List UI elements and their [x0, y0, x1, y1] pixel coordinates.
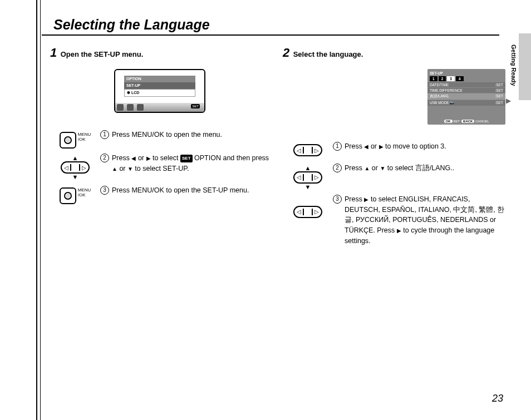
screen2-right-arrow-icon: ▶ [506, 97, 511, 105]
sub-text-1: Press MENU/OK to open the menu. [112, 130, 222, 140]
instr-1-2: ▲ ◁▷ ▼ 2 Press ◀ or ▶ to select SET OPTI… [50, 153, 273, 181]
sub-num-2: 2 [100, 154, 109, 162]
menu-ok-button-icon-2 [60, 187, 76, 204]
sub-text-r1: Press ◀ or ▶ to move to option 3. [345, 141, 446, 152]
sub-text-r3: Press ▶ to select ENGLISH, FRANCAIS, DEU… [345, 194, 505, 246]
page-number: 23 [492, 393, 503, 404]
menu-ok-button-icon [60, 132, 76, 149]
screen-1-illustration: OPTION SET-UP ✽ LCD SET [114, 69, 273, 113]
page-title: Selecting the Language [53, 17, 210, 33]
screen2-tabs: 1 2 3 4 [427, 76, 505, 82]
page-spine [36, 0, 41, 420]
screen2-row-2: TIME DIFFERENCE:SET [427, 88, 505, 93]
screen1-row-option: OPTION [124, 76, 195, 82]
column-right: 2 Select the language. SET-UP 1 2 3 4 DA… [283, 46, 505, 258]
sub-text-2: Press ◀ or ▶ to select SET OPTION and th… [112, 153, 273, 174]
dpad-icon: ▲ ◁▷ ▼ [60, 155, 90, 180]
sub-num-r1: 1 [333, 142, 342, 151]
step-1-number: 1 [50, 46, 57, 60]
step-2-number: 2 [283, 46, 289, 60]
screen1-set-badge: SET [191, 104, 200, 108]
dpad-icon-r3: ◁▷ [293, 205, 323, 219]
sub-num-r2: 2 [333, 164, 342, 172]
side-tab-label: Getting Ready [510, 45, 517, 86]
screen2-row-4: USB MODE 📷:SET [427, 100, 505, 106]
step-1-title: Open the SET-UP menu. [61, 50, 144, 58]
title-underline [42, 34, 499, 36]
screen2-row-3: 言語/LANG.:SET [427, 93, 505, 100]
screen-2-illustration: SET-UP 1 2 3 4 DATE/TIME:SET TIME DIFFER… [355, 69, 505, 125]
sub-num-1: 1 [100, 130, 109, 139]
screen2-row-1: DATE/TIME:SET [427, 82, 505, 87]
dpad-icon-r2: ▲ ◁▷ ▼ [293, 165, 323, 190]
column-left: 1 Open the SET-UP menu. OPTION SET-UP ✽ … [50, 46, 273, 209]
sub-num-r3: 3 [333, 195, 342, 204]
screen1-row-lcd: ✽ LCD [124, 89, 195, 97]
instr-2-2: ▲ ◁▷ ▼ 2 Press ▲ or ▼ to select 言語/LANG.… [283, 163, 505, 190]
side-tab [519, 33, 531, 100]
screen2-head: SET-UP [427, 69, 505, 76]
menu-ok-label: MENU /OK [78, 132, 91, 149]
menu-ok-label-2: MENU /OK [78, 187, 91, 204]
sub-text-3: Press MENU/OK to open the SET-UP menu. [112, 185, 249, 196]
instr-2-3: ◁▷ 3 Press ▶ to select ENGLISH, FRANCAIS… [283, 194, 505, 253]
sub-num-3: 3 [100, 186, 109, 195]
instr-1-3: MENU /OK 3Press MENU/OK to open the SET-… [50, 185, 273, 204]
step-2-header: 2 Select the language. [283, 46, 505, 60]
dpad-icon-r1: ◁▷ [293, 144, 323, 157]
step-1-header: 1 Open the SET-UP menu. [50, 46, 273, 60]
step-2-title: Select the language. [293, 50, 363, 58]
sub-text-r2: Press ▲ or ▼ to select 言語/LANG.. [345, 163, 454, 174]
instr-2-1: ◁▷ 1 Press ◀ or ▶ to move to option 3. [283, 141, 505, 159]
screen2-foot: OK SET BACK CANCEL [427, 120, 505, 123]
instr-1-1: MENU /OK 1Press MENU/OK to open the menu… [50, 130, 273, 149]
screen1-bottombar: SET [115, 103, 204, 112]
screen1-row-setup: SET-UP [124, 82, 195, 89]
